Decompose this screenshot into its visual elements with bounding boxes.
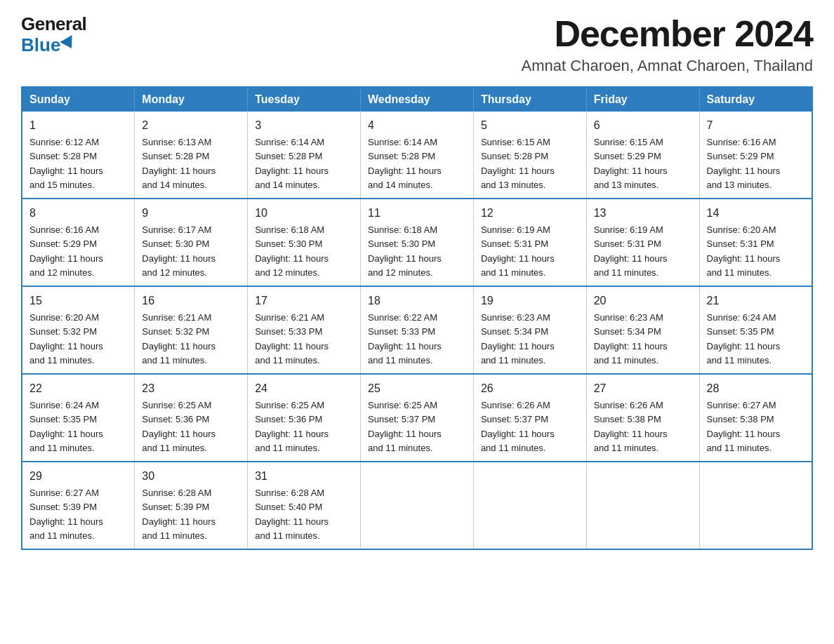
day-info: Sunrise: 6:20 AMSunset: 5:31 PMDaylight:…	[707, 224, 781, 278]
logo-blue: Blue	[21, 34, 76, 56]
day-number: 11	[368, 205, 466, 222]
day-number: 7	[707, 117, 805, 134]
calendar-week-3: 15 Sunrise: 6:20 AMSunset: 5:32 PMDaylig…	[22, 286, 812, 374]
calendar-table: SundayMondayTuesdayWednesdayThursdayFrid…	[21, 86, 813, 550]
day-number: 6	[594, 117, 692, 134]
calendar-cell: 21 Sunrise: 6:24 AMSunset: 5:35 PMDaylig…	[699, 286, 812, 374]
day-info: Sunrise: 6:25 AMSunset: 5:36 PMDaylight:…	[142, 400, 216, 453]
main-title: December 2024	[522, 14, 813, 54]
day-number: 10	[255, 205, 353, 222]
day-number: 5	[481, 117, 579, 134]
calendar-cell: 22 Sunrise: 6:24 AMSunset: 5:35 PMDaylig…	[22, 374, 135, 462]
calendar-cell: 2 Sunrise: 6:13 AMSunset: 5:28 PMDayligh…	[135, 112, 248, 199]
calendar-cell: 24 Sunrise: 6:25 AMSunset: 5:36 PMDaylig…	[248, 374, 361, 462]
calendar-cell: 15 Sunrise: 6:20 AMSunset: 5:32 PMDaylig…	[22, 286, 135, 374]
day-info: Sunrise: 6:15 AMSunset: 5:28 PMDaylight:…	[481, 137, 555, 190]
day-number: 3	[255, 117, 353, 134]
calendar-week-5: 29 Sunrise: 6:27 AMSunset: 5:39 PMDaylig…	[22, 462, 812, 549]
header-cell-saturday: Saturday	[699, 87, 812, 112]
page-header: General Blue December 2024 Amnat Charoen…	[21, 14, 813, 75]
calendar-cell: 16 Sunrise: 6:21 AMSunset: 5:32 PMDaylig…	[135, 286, 248, 374]
subtitle: Amnat Charoen, Amnat Charoen, Thailand	[522, 57, 813, 75]
header-cell-thursday: Thursday	[473, 87, 586, 112]
calendar-cell: 5 Sunrise: 6:15 AMSunset: 5:28 PMDayligh…	[473, 112, 586, 199]
logo-triangle-icon	[60, 35, 78, 52]
day-number: 30	[142, 468, 240, 485]
calendar-cell	[473, 462, 586, 549]
calendar-cell: 14 Sunrise: 6:20 AMSunset: 5:31 PMDaylig…	[699, 199, 812, 286]
day-info: Sunrise: 6:28 AMSunset: 5:40 PMDaylight:…	[255, 488, 329, 541]
day-number: 26	[481, 380, 579, 397]
calendar-cell: 6 Sunrise: 6:15 AMSunset: 5:29 PMDayligh…	[586, 112, 699, 199]
day-number: 9	[142, 205, 240, 222]
day-info: Sunrise: 6:24 AMSunset: 5:35 PMDaylight:…	[29, 400, 103, 453]
calendar-cell: 1 Sunrise: 6:12 AMSunset: 5:28 PMDayligh…	[22, 112, 135, 199]
header-row: SundayMondayTuesdayWednesdayThursdayFrid…	[22, 87, 812, 112]
day-info: Sunrise: 6:27 AMSunset: 5:39 PMDaylight:…	[29, 488, 103, 541]
day-number: 14	[707, 205, 805, 222]
day-number: 18	[368, 293, 466, 309]
day-info: Sunrise: 6:23 AMSunset: 5:34 PMDaylight:…	[594, 312, 668, 365]
calendar-cell: 13 Sunrise: 6:19 AMSunset: 5:31 PMDaylig…	[586, 199, 699, 286]
day-info: Sunrise: 6:13 AMSunset: 5:28 PMDaylight:…	[142, 137, 216, 190]
calendar-cell: 23 Sunrise: 6:25 AMSunset: 5:36 PMDaylig…	[135, 374, 248, 462]
calendar-week-2: 8 Sunrise: 6:16 AMSunset: 5:29 PMDayligh…	[22, 199, 812, 286]
calendar-cell: 28 Sunrise: 6:27 AMSunset: 5:38 PMDaylig…	[699, 374, 812, 462]
calendar-cell: 11 Sunrise: 6:18 AMSunset: 5:30 PMDaylig…	[361, 199, 474, 286]
calendar-header: SundayMondayTuesdayWednesdayThursdayFrid…	[22, 87, 812, 112]
day-number: 21	[707, 293, 805, 309]
day-info: Sunrise: 6:26 AMSunset: 5:38 PMDaylight:…	[594, 400, 668, 453]
day-info: Sunrise: 6:17 AMSunset: 5:30 PMDaylight:…	[142, 224, 216, 278]
day-info: Sunrise: 6:24 AMSunset: 5:35 PMDaylight:…	[707, 312, 781, 365]
day-number: 28	[707, 380, 805, 397]
day-number: 12	[481, 205, 579, 222]
header-cell-wednesday: Wednesday	[361, 87, 474, 112]
logo-general: General	[21, 14, 86, 34]
day-number: 27	[594, 380, 692, 397]
day-info: Sunrise: 6:18 AMSunset: 5:30 PMDaylight:…	[368, 224, 442, 278]
calendar-cell: 17 Sunrise: 6:21 AMSunset: 5:33 PMDaylig…	[248, 286, 361, 374]
calendar-cell	[361, 462, 474, 549]
day-number: 31	[255, 468, 353, 485]
calendar-cell: 9 Sunrise: 6:17 AMSunset: 5:30 PMDayligh…	[135, 199, 248, 286]
calendar-cell: 31 Sunrise: 6:28 AMSunset: 5:40 PMDaylig…	[248, 462, 361, 549]
calendar-cell: 7 Sunrise: 6:16 AMSunset: 5:29 PMDayligh…	[699, 112, 812, 199]
day-info: Sunrise: 6:25 AMSunset: 5:37 PMDaylight:…	[368, 400, 442, 453]
day-info: Sunrise: 6:26 AMSunset: 5:37 PMDaylight:…	[481, 400, 555, 453]
calendar-cell: 29 Sunrise: 6:27 AMSunset: 5:39 PMDaylig…	[22, 462, 135, 549]
header-cell-tuesday: Tuesday	[248, 87, 361, 112]
day-info: Sunrise: 6:28 AMSunset: 5:39 PMDaylight:…	[142, 488, 216, 541]
day-number: 16	[142, 293, 240, 309]
calendar-cell: 3 Sunrise: 6:14 AMSunset: 5:28 PMDayligh…	[248, 112, 361, 199]
day-number: 25	[368, 380, 466, 397]
header-cell-sunday: Sunday	[22, 87, 135, 112]
day-number: 19	[481, 293, 579, 309]
day-number: 13	[594, 205, 692, 222]
day-info: Sunrise: 6:14 AMSunset: 5:28 PMDaylight:…	[368, 137, 442, 190]
day-info: Sunrise: 6:16 AMSunset: 5:29 PMDaylight:…	[29, 224, 103, 278]
calendar-cell: 19 Sunrise: 6:23 AMSunset: 5:34 PMDaylig…	[473, 286, 586, 374]
day-number: 4	[368, 117, 466, 134]
day-number: 2	[142, 117, 240, 134]
calendar-cell: 8 Sunrise: 6:16 AMSunset: 5:29 PMDayligh…	[22, 199, 135, 286]
header-cell-friday: Friday	[586, 87, 699, 112]
calendar-cell: 20 Sunrise: 6:23 AMSunset: 5:34 PMDaylig…	[586, 286, 699, 374]
calendar-cell: 12 Sunrise: 6:19 AMSunset: 5:31 PMDaylig…	[473, 199, 586, 286]
day-number: 20	[594, 293, 692, 309]
day-info: Sunrise: 6:23 AMSunset: 5:34 PMDaylight:…	[481, 312, 555, 365]
day-info: Sunrise: 6:25 AMSunset: 5:36 PMDaylight:…	[255, 400, 329, 453]
day-number: 1	[29, 117, 127, 134]
day-info: Sunrise: 6:27 AMSunset: 5:38 PMDaylight:…	[707, 400, 781, 453]
day-number: 17	[255, 293, 353, 309]
day-info: Sunrise: 6:14 AMSunset: 5:28 PMDaylight:…	[255, 137, 329, 190]
calendar-cell: 26 Sunrise: 6:26 AMSunset: 5:37 PMDaylig…	[473, 374, 586, 462]
day-number: 24	[255, 380, 353, 397]
day-info: Sunrise: 6:20 AMSunset: 5:32 PMDaylight:…	[29, 312, 103, 365]
day-info: Sunrise: 6:12 AMSunset: 5:28 PMDaylight:…	[29, 137, 103, 190]
calendar-cell: 18 Sunrise: 6:22 AMSunset: 5:33 PMDaylig…	[361, 286, 474, 374]
calendar-week-4: 22 Sunrise: 6:24 AMSunset: 5:35 PMDaylig…	[22, 374, 812, 462]
title-area: December 2024 Amnat Charoen, Amnat Charo…	[522, 14, 813, 75]
day-number: 8	[29, 205, 127, 222]
day-number: 15	[29, 293, 127, 309]
day-info: Sunrise: 6:19 AMSunset: 5:31 PMDaylight:…	[481, 224, 555, 278]
